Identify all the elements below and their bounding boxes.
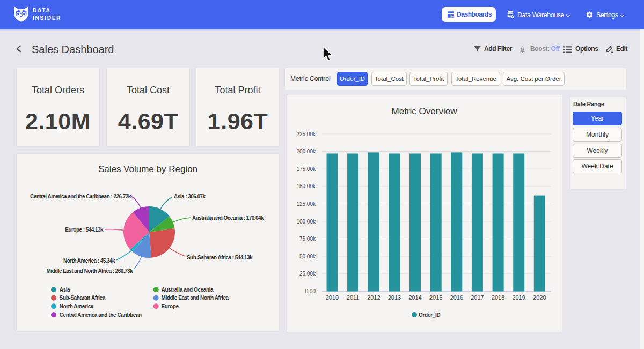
svg-text:0.00: 0.00 [305, 288, 316, 294]
svg-text:2016: 2016 [450, 294, 463, 301]
svg-text:Order_ID: Order_ID [419, 312, 440, 318]
svg-text:2014: 2014 [408, 294, 421, 301]
svg-text:25.00k: 25.00k [299, 271, 316, 277]
svg-text:Sub-Saharan Africa : 544.13k: Sub-Saharan Africa : 544.13k [187, 255, 253, 261]
svg-text:2020: 2020 [533, 294, 546, 301]
svg-text:100.00k: 100.00k [296, 219, 316, 225]
svg-text:2019: 2019 [512, 294, 525, 301]
svg-text:2012: 2012 [367, 294, 380, 301]
svg-text:Metric Overview: Metric Overview [392, 106, 458, 116]
svg-text:Sales Volume by Region: Sales Volume by Region [98, 164, 197, 174]
svg-text:Central America and the Caribb: Central America and the Caribbean : 226.… [30, 194, 131, 199]
svg-text:2015: 2015 [429, 294, 442, 301]
svg-text:175.00k: 175.00k [296, 166, 316, 172]
svg-text:Australia and Oceania: Australia and Oceania [162, 287, 214, 293]
svg-text:2011: 2011 [347, 294, 360, 301]
svg-text:North America: North America [60, 303, 94, 309]
svg-text:Australia and Oceania : 170.04: Australia and Oceania : 170.04k [192, 215, 264, 221]
svg-text:125.00k: 125.00k [296, 201, 316, 207]
svg-text:Europe : 544.13k: Europe : 544.13k [65, 227, 104, 233]
svg-text:200.00k: 200.00k [296, 148, 316, 154]
svg-text:North America : 45.34k: North America : 45.34k [63, 258, 115, 264]
svg-text:150.00k: 150.00k [296, 183, 316, 189]
svg-text:Middle East and North Africa: Middle East and North Africa [162, 295, 229, 301]
svg-text:Asia: Asia [60, 287, 70, 293]
svg-text:50.00k: 50.00k [299, 254, 316, 259]
svg-text:225.00k: 225.00k [296, 131, 316, 137]
svg-text:2013: 2013 [388, 294, 401, 301]
svg-text:75.00k: 75.00k [299, 236, 316, 242]
svg-text:Europe: Europe [162, 303, 179, 309]
svg-text:2018: 2018 [492, 294, 504, 301]
svg-text:2010: 2010 [326, 294, 339, 301]
svg-text:Middle East and North Africa :: Middle East and North Africa : 260.73k [47, 268, 133, 274]
svg-text:Sub-Saharan Africa: Sub-Saharan Africa [60, 295, 106, 301]
svg-text:Asia : 306.07k: Asia : 306.07k [174, 194, 206, 199]
svg-text:2017: 2017 [471, 294, 484, 301]
svg-text:Central America and the Caribb: Central America and the Caribbean [60, 312, 142, 318]
